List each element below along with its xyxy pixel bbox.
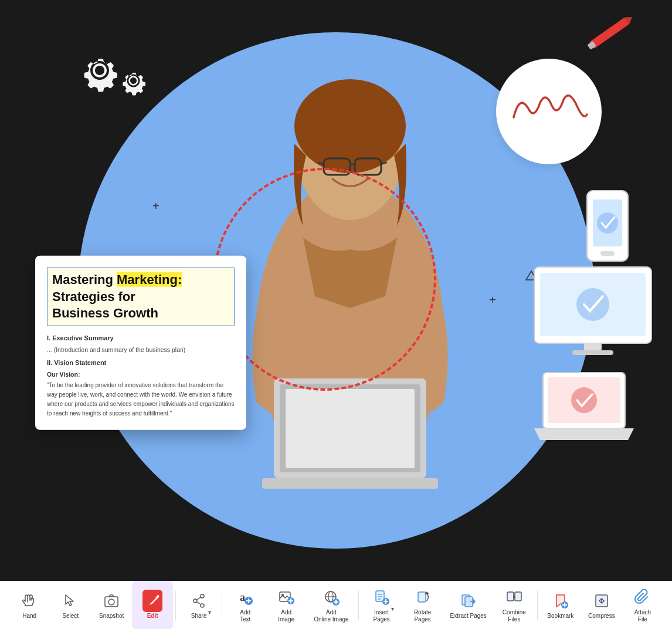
toolbar-item-extract-pages[interactable]: Extract Pages: [443, 581, 494, 629]
toolbar-item-bookmark[interactable]: Bookmark: [540, 581, 581, 629]
extract-pages-label: Extract Pages: [450, 613, 487, 620]
insert-pages-label: InsertPages: [373, 609, 389, 623]
combine-files-label: CombineFiles: [503, 609, 526, 623]
svg-rect-23: [584, 343, 602, 350]
document-title: Mastering Marketing: Strategies for Busi…: [47, 268, 235, 326]
add-online-image-label: AddOnline Image: [314, 609, 348, 623]
svg-point-19: [597, 212, 618, 234]
red-pen-icon: [584, 10, 637, 55]
rotate-pages-icon: [413, 587, 433, 607]
svg-line-34: [197, 602, 201, 604]
toolbar-item-snapshot[interactable]: Snapshot: [91, 581, 132, 629]
title-part3: Business Growth: [52, 306, 158, 320]
title-part2: Strategies for: [52, 289, 135, 303]
gear-icon-large: [76, 47, 123, 94]
svg-rect-14: [262, 478, 438, 489]
divider-4: [537, 591, 538, 620]
edit-icon: [142, 591, 162, 611]
monitor-device: [531, 264, 654, 360]
mobile-device: [584, 188, 631, 266]
doc-section-1: I. Executive Summary: [47, 334, 235, 341]
hand-label: Hand: [22, 613, 36, 620]
signature-circle: [496, 59, 602, 164]
combine-files-icon: [504, 587, 524, 607]
svg-rect-61: [507, 592, 514, 601]
svg-rect-18: [600, 251, 615, 256]
add-text-label: AddText: [240, 609, 250, 623]
svg-rect-24: [572, 350, 613, 355]
select-label: Select: [62, 613, 79, 620]
svg-rect-57: [418, 592, 426, 602]
svg-point-30: [201, 594, 204, 598]
toolbar-item-attach-file[interactable]: AttachFile: [622, 581, 663, 629]
toolbar-item-select[interactable]: Select: [50, 581, 91, 629]
svg-point-29: [108, 599, 114, 605]
signature-svg: [508, 82, 590, 141]
svg-point-32: [201, 604, 204, 607]
bookmark-label: Bookmark: [547, 613, 573, 620]
divider-3: [358, 591, 359, 620]
toolbar-item-hand[interactable]: Hand: [9, 581, 50, 629]
toolbar-item-share[interactable]: ▾ Share: [178, 581, 219, 629]
add-text-icon: a: [235, 587, 255, 607]
svg-rect-15: [286, 389, 415, 468]
attach-file-icon: [633, 587, 653, 607]
toolbar: Hand Select Snapshot: [0, 581, 672, 629]
signature-area: [496, 59, 602, 164]
rotate-pages-label: RotatePages: [414, 609, 431, 623]
svg-text:a: a: [240, 591, 245, 603]
svg-point-27: [571, 387, 597, 413]
insert-pages-arrow: ▾: [391, 606, 394, 612]
insert-pages-icon: ▾: [372, 587, 392, 607]
laptop-device: [531, 370, 637, 448]
extract-pages-icon: [459, 591, 478, 611]
dashed-selection-circle: [213, 168, 436, 391]
svg-point-22: [576, 288, 609, 321]
snapshot-icon: [101, 591, 121, 611]
toolbar-item-edit[interactable]: Edit: [132, 581, 173, 629]
svg-point-31: [194, 599, 197, 603]
toolbar-item-rotate-pages[interactable]: RotatePages: [402, 581, 443, 629]
toolbar-item-add-image[interactable]: AddImage: [266, 581, 307, 629]
bookmark-icon: [551, 591, 571, 611]
gear-icon-small: [117, 65, 150, 97]
svg-rect-62: [515, 592, 521, 601]
cross-decoration-1: +: [152, 199, 159, 213]
title-part1: Mastering: [52, 272, 117, 287]
doc-intro: ... (Introduction and summary of the bus…: [47, 346, 235, 353]
toolbar-item-insert-pages[interactable]: ▾ InsertPages: [361, 581, 402, 629]
svg-point-6: [294, 79, 406, 173]
doc-section-2: II. Vision Statement: [47, 359, 235, 366]
vision-title: Our Vision:: [47, 370, 235, 377]
hand-icon: [19, 591, 39, 611]
add-online-image-icon: [321, 587, 341, 607]
svg-point-40: [281, 594, 284, 596]
title-highlighted: Marketing:: [117, 272, 182, 287]
toolbar-item-add-text[interactable]: a AddText: [225, 581, 266, 629]
hero-area: + + + Mas: [0, 0, 672, 581]
vision-text: "To be the leading provider of innovativ…: [47, 380, 235, 418]
main-container: + + + Mas: [0, 0, 672, 629]
share-icon: ▾: [189, 591, 209, 611]
snapshot-label: Snapshot: [99, 613, 124, 620]
toolbar-item-add-online-image[interactable]: AddOnline Image: [307, 581, 355, 629]
share-label: Share: [191, 613, 207, 620]
add-image-label: AddImage: [278, 609, 294, 623]
divider-2: [222, 591, 222, 620]
svg-line-33: [197, 597, 201, 600]
select-icon: [60, 591, 80, 611]
edit-label: Edit: [147, 613, 158, 620]
toolbar-item-compress[interactable]: Compress: [581, 581, 622, 629]
gear-decorations: [76, 47, 150, 97]
toolbar-item-combine-files[interactable]: CombineFiles: [494, 581, 535, 629]
add-image-icon: [276, 587, 296, 607]
divider-1: [175, 591, 176, 620]
document-card: Mastering Marketing: Strategies for Busi…: [35, 256, 246, 430]
compress-label: Compress: [588, 613, 615, 620]
cross-decoration-2: +: [489, 293, 496, 307]
compress-icon: [592, 591, 612, 611]
attach-file-label: AttachFile: [634, 609, 651, 623]
share-arrow: ▾: [208, 609, 211, 616]
